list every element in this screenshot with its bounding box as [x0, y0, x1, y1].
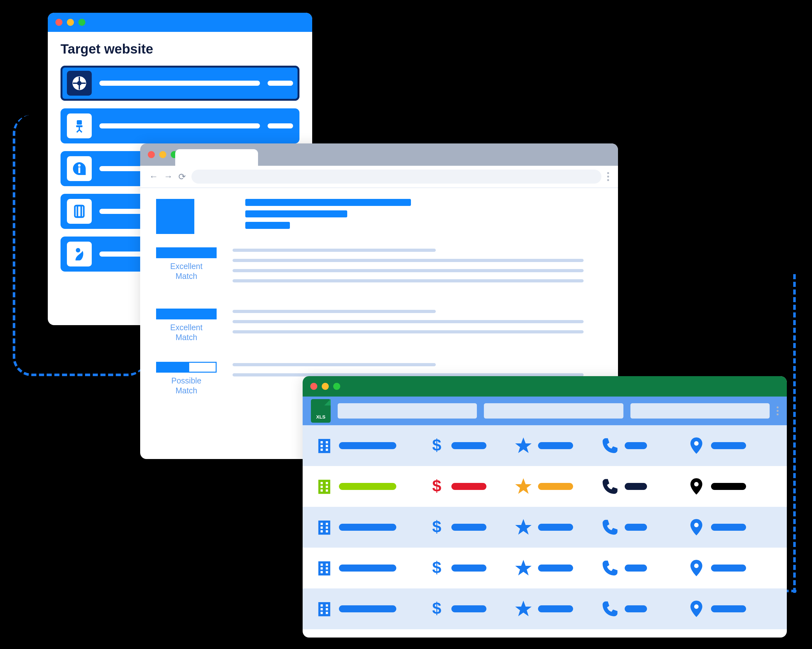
placeholder-line: [711, 565, 746, 571]
connector-right-vert: [793, 274, 796, 593]
dollar-icon: [428, 478, 446, 495]
site-row-1[interactable]: [61, 66, 299, 101]
cell: [428, 518, 514, 536]
cell: [687, 437, 774, 455]
xls-file-icon: XLS: [311, 399, 331, 422]
cell: [315, 600, 428, 618]
star-icon: [514, 518, 532, 536]
placeholder-line: [232, 310, 436, 313]
cell: [687, 518, 774, 536]
cell: [514, 437, 601, 455]
titlebar: [303, 376, 787, 396]
match-label: ExcellentMatch: [156, 262, 217, 282]
maximize-icon[interactable]: [333, 383, 340, 390]
cell: [315, 437, 428, 455]
placeholder-line: [452, 483, 487, 490]
table-row: [303, 466, 787, 507]
address-bar: ← → ⟳: [140, 166, 618, 188]
close-icon[interactable]: [55, 19, 63, 26]
browser-tab[interactable]: [175, 149, 258, 166]
placeholder-line: [538, 524, 573, 531]
placeholder-line: [538, 442, 573, 449]
placeholder-line: [267, 123, 293, 129]
placeholder-line: [245, 210, 347, 217]
table-row: [303, 548, 787, 588]
svg-point-5: [78, 164, 81, 167]
reload-icon[interactable]: ⟳: [179, 171, 186, 182]
cell: [514, 559, 601, 577]
match-entry: ExcellentMatch: [156, 247, 602, 289]
star-icon: [514, 478, 532, 495]
placeholder-line: [452, 524, 487, 531]
placeholder-line: [232, 269, 584, 272]
table-row: [303, 507, 787, 548]
info-icon: [67, 156, 92, 181]
phone-icon: [601, 559, 619, 577]
close-icon[interactable]: [148, 151, 155, 158]
placeholder-line: [625, 483, 647, 490]
cell: [687, 478, 774, 495]
location-pin-icon: [687, 437, 705, 455]
site-logo-a-icon: [67, 71, 92, 96]
maximize-icon[interactable]: [78, 19, 85, 26]
cell: [428, 478, 514, 495]
placeholder-line: [232, 320, 584, 323]
placeholder-line: [232, 249, 436, 252]
menu-icon[interactable]: [607, 172, 609, 181]
cell: [601, 600, 688, 618]
placeholder-line: [711, 442, 746, 449]
placeholder-line: [339, 565, 396, 571]
menu-icon[interactable]: [777, 406, 778, 415]
building-icon: [315, 559, 333, 577]
profile-header: [245, 199, 602, 237]
phone-icon: [601, 478, 619, 495]
forward-icon[interactable]: →: [164, 171, 172, 182]
dollar-icon: [428, 559, 446, 577]
phone-icon: [601, 518, 619, 536]
phone-icon: [601, 437, 619, 455]
toolbar-field[interactable]: [338, 403, 477, 419]
placeholder-line: [232, 330, 584, 334]
minimize-icon[interactable]: [67, 19, 74, 26]
placeholder-line: [245, 222, 290, 229]
cell: [687, 600, 774, 618]
placeholder-line: [232, 363, 436, 366]
svg-rect-8: [78, 206, 81, 217]
cell: [315, 518, 428, 536]
location-pin-icon: [687, 478, 705, 495]
placeholder-line: [711, 605, 746, 612]
titlebar: [48, 13, 312, 32]
cell: [601, 518, 688, 536]
cell: [428, 437, 514, 455]
placeholder-line: [339, 524, 396, 531]
spreadsheet-toolbar: XLS: [303, 396, 787, 425]
location-pin-icon: [687, 559, 705, 577]
location-pin-icon: [687, 600, 705, 618]
toolbar-field[interactable]: [484, 403, 623, 419]
match-score-bar: [156, 309, 217, 319]
cell: [601, 559, 688, 577]
svg-rect-3: [76, 125, 82, 127]
site-row-2[interactable]: [61, 109, 299, 144]
table-row: [303, 588, 787, 629]
minimize-icon[interactable]: [322, 383, 329, 390]
star-icon: [514, 559, 532, 577]
cell: [514, 478, 601, 495]
building-icon: [315, 518, 333, 536]
cell: [428, 600, 514, 618]
placeholder-line: [339, 605, 396, 612]
match-label: PossibleMatch: [156, 376, 217, 396]
svg-rect-6: [78, 167, 80, 173]
spreadsheet-rows: [303, 425, 787, 629]
placeholder-line: [339, 483, 396, 490]
toolbar-field[interactable]: [630, 403, 770, 419]
minimize-icon[interactable]: [159, 151, 166, 158]
url-input[interactable]: [191, 170, 601, 184]
chair-icon: [67, 113, 92, 138]
back-icon[interactable]: ←: [149, 171, 158, 182]
phone-icon: [601, 600, 619, 618]
placeholder-line: [625, 605, 647, 612]
cell: [315, 559, 428, 577]
dollar-icon: [428, 600, 446, 618]
close-icon[interactable]: [310, 383, 317, 390]
